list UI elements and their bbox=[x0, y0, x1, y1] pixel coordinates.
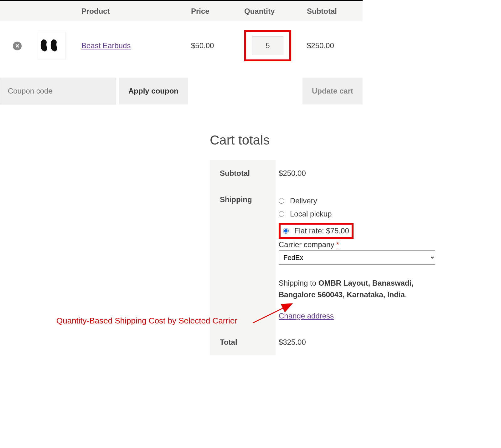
item-subtotal: $250.00 bbox=[304, 21, 363, 70]
carrier-select[interactable]: FedEx bbox=[279, 250, 435, 265]
col-qty-header: Quantity bbox=[241, 1, 304, 21]
red-annotation-text: Quantity-Based Shipping Cost by Selected… bbox=[56, 316, 237, 326]
total-label: Total bbox=[210, 329, 276, 355]
subtotal-value: $250.00 bbox=[276, 160, 454, 186]
quantity-input[interactable] bbox=[252, 36, 283, 55]
carrier-label-text: Carrier company bbox=[279, 240, 336, 249]
svg-line-0 bbox=[253, 304, 291, 323]
earbuds-icon bbox=[39, 36, 64, 55]
col-product-header: Product bbox=[78, 1, 188, 21]
shipping-options: Delivery Local pickup Flat rate: $75.00 … bbox=[279, 195, 451, 320]
product-link[interactable]: Beast Earbuds bbox=[81, 41, 131, 50]
shipping-option-flat[interactable]: Flat rate: $75.00 bbox=[283, 227, 349, 235]
cart-table: Product Price Quantity Subtotal ✕ Beast … bbox=[0, 1, 363, 70]
col-thumb-header bbox=[34, 1, 78, 21]
item-price: $50.00 bbox=[188, 21, 241, 70]
total-value: $325.00 bbox=[276, 329, 454, 355]
subtotal-label: Subtotal bbox=[210, 160, 276, 186]
apply-coupon-button[interactable]: Apply coupon bbox=[119, 78, 188, 104]
cart-row: ✕ Beast Earbuds $50.00 $250.00 bbox=[0, 21, 363, 70]
col-remove-header bbox=[0, 1, 34, 21]
qty-highlight-box bbox=[244, 30, 291, 61]
shipping-option-delivery[interactable]: Delivery bbox=[279, 196, 451, 205]
product-thumbnail[interactable] bbox=[38, 32, 66, 59]
remove-item-button[interactable]: ✕ bbox=[13, 42, 22, 50]
shipping-radio-flat[interactable] bbox=[283, 228, 289, 234]
required-asterisk: * bbox=[336, 240, 339, 249]
shipping-option-flat-label: Flat rate: $75.00 bbox=[294, 227, 349, 235]
coupon-input[interactable] bbox=[0, 78, 116, 104]
ship-to-suffix: . bbox=[405, 290, 407, 299]
col-subtotal-header: Subtotal bbox=[304, 1, 363, 21]
cart-totals-title: Cart totals bbox=[210, 133, 454, 148]
shipping-option-pickup[interactable]: Local pickup bbox=[279, 210, 451, 218]
ship-to-prefix: Shipping to bbox=[279, 279, 318, 287]
shipping-to-text: Shipping to OMBR Layout, Banaswadi, Bang… bbox=[279, 277, 451, 300]
shipping-option-pickup-label: Local pickup bbox=[290, 210, 332, 218]
shipping-option-delivery-label: Delivery bbox=[290, 196, 317, 205]
shipping-radio-delivery[interactable] bbox=[279, 198, 284, 204]
carrier-company-label: Carrier company * bbox=[279, 240, 451, 249]
shipping-radio-pickup[interactable] bbox=[279, 211, 284, 217]
update-cart-button[interactable]: Update cart bbox=[302, 78, 363, 104]
flat-rate-highlight-box: Flat rate: $75.00 bbox=[279, 223, 354, 239]
cart-actions-row: Apply coupon Update cart bbox=[0, 78, 363, 104]
col-price-header: Price bbox=[188, 1, 241, 21]
red-arrow-icon bbox=[250, 300, 297, 325]
cart-totals-section: Cart totals Subtotal $250.00 Shipping De… bbox=[210, 133, 454, 355]
